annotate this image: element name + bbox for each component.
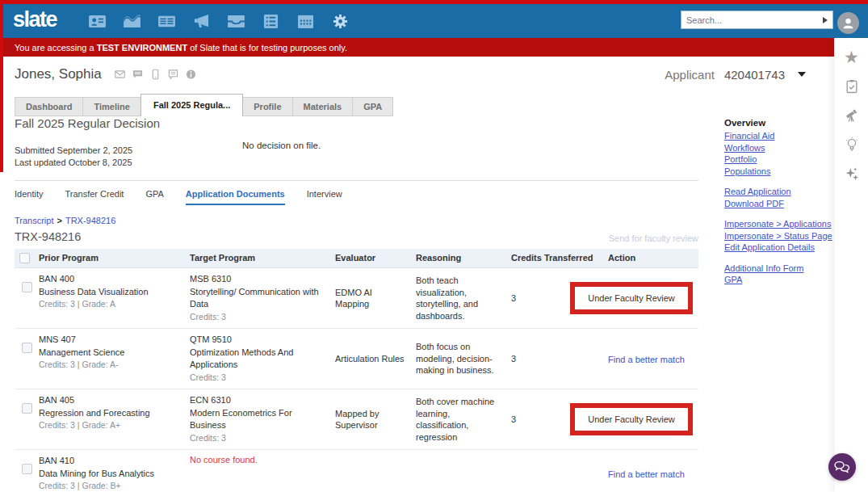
applicant-dropdown-icon[interactable] (798, 72, 806, 77)
lightbulb-icon[interactable] (843, 136, 861, 153)
tab-gpa[interactable]: GPA (352, 97, 393, 116)
sidebar-link-download-pdf[interactable]: Download PDF (724, 198, 837, 210)
target-course-code: QTM 9510 (190, 334, 327, 347)
record-tabs: Dashboard Timeline Fall 2025 Regula... P… (15, 94, 392, 116)
subtab-interview[interactable]: Interview (307, 189, 342, 205)
prior-course-title: Data Mining for Bus Analytics (39, 468, 182, 481)
chat-bubbles-icon (833, 458, 851, 476)
sidebar-link-impersonate-status-page[interactable]: Impersonate > Status Page (724, 230, 837, 242)
reasoning-cell: Both focus on modeling, decision-making … (416, 341, 511, 376)
application-subtabs: Identity Transfer Credit GPA Application… (15, 180, 698, 205)
search-input[interactable] (681, 15, 823, 25)
subtab-identity[interactable]: Identity (15, 189, 43, 205)
telescope-icon[interactable] (843, 107, 861, 124)
sidebar-link-gpa[interactable]: GPA (724, 274, 837, 286)
search-box (681, 11, 833, 29)
evaluator-cell: Mapped by Supervisor (335, 408, 416, 431)
sidebar-link-portfolio[interactable]: Portfolio (724, 153, 837, 166)
banner-text-prefix: You are accessing a (15, 43, 94, 53)
prior-course-title: Business Data Visualization (39, 286, 182, 299)
chat-button[interactable] (828, 453, 856, 481)
subtab-gpa[interactable]: GPA (145, 189, 163, 205)
evaluator-cell: EDMO AI Mapping (335, 287, 416, 310)
col-target-program: Target Program (190, 249, 335, 267)
search-go-icon[interactable] (823, 17, 828, 23)
send-faculty-review-link[interactable]: Send for faculty review (609, 233, 698, 243)
sidebar-link-populations[interactable]: Populations (724, 166, 837, 178)
user-avatar[interactable] (837, 12, 859, 34)
select-all-checkbox[interactable] (19, 253, 30, 263)
reasoning-cell: Both cover machine learning, classificat… (416, 396, 511, 443)
record-header: Jones, Sophia Applicant 420401743 (15, 66, 830, 82)
subtab-transfer-credit[interactable]: Transfer Credit (65, 189, 124, 205)
list-icon[interactable] (261, 13, 280, 29)
find-better-match-link[interactable]: Find a better match (608, 469, 685, 479)
target-course-title: Optimization Methods And Applications (190, 347, 327, 372)
sidebar-link-financial-aid[interactable]: Financial Aid (724, 130, 837, 142)
row-checkbox[interactable] (22, 464, 32, 474)
breadcrumb-current-link[interactable]: TRX-948216 (65, 216, 115, 225)
sidebar-link-edit-application-details[interactable]: Edit Application Details (724, 242, 837, 254)
last-updated-date: Last updated October 8, 2025 (15, 157, 698, 169)
transcript-title: TRX-948216 (15, 230, 81, 243)
sidebar-link-impersonate-applications[interactable]: Impersonate > Applications (724, 218, 837, 230)
review-highlight-box: Under Faculty Review (570, 282, 693, 314)
info-icon[interactable] (186, 69, 196, 80)
tab-materials[interactable]: Materials (292, 97, 354, 116)
table-row: BAN 410 Data Mining for Bus Analytics Cr… (15, 450, 698, 492)
sms-icon[interactable] (132, 69, 143, 80)
row-checkbox[interactable] (22, 343, 32, 353)
prior-course-meta: Credits: 3 | Grade: A+ (39, 419, 182, 432)
row-checkbox[interactable] (22, 282, 32, 292)
mobile-icon[interactable] (150, 69, 161, 80)
right-icon-rail: ★ (835, 38, 868, 492)
nav-icon-strip (87, 13, 350, 29)
reader-icon[interactable] (157, 13, 176, 29)
clipboard-icon[interactable] (843, 78, 861, 95)
megaphone-icon[interactable] (191, 13, 211, 29)
chart-icon[interactable] (122, 13, 141, 29)
tab-dashboard[interactable]: Dashboard (15, 97, 83, 116)
gear-icon[interactable] (330, 13, 350, 29)
breadcrumb-separator: > (57, 216, 62, 225)
sparkles-icon[interactable] (843, 165, 861, 183)
test-env-frame-top (0, 0, 868, 4)
subtab-application-documents[interactable]: Application Documents (186, 189, 285, 205)
tab-fall-2025-regular[interactable]: Fall 2025 Regula... (140, 94, 243, 116)
contacts-icon[interactable] (87, 13, 107, 29)
target-course-meta: Credits: 3 (190, 311, 327, 324)
breadcrumb: Transcript>TRX-948216 (15, 216, 698, 225)
tab-profile[interactable]: Profile (242, 97, 292, 116)
decision-note: No decision on file. (242, 141, 321, 150)
row-checkbox[interactable] (22, 403, 32, 414)
application-panel: Fall 2025 Regular Decision Submitted Sep… (15, 116, 698, 492)
calendar-icon[interactable] (296, 13, 315, 29)
star-icon[interactable]: ★ (843, 48, 861, 66)
sidebar-group: Financial Aid Workflows Portfolio Popula… (724, 130, 837, 177)
prior-course-code: BAN 400 (39, 273, 182, 286)
breadcrumb-transcript-link[interactable]: Transcript (15, 216, 54, 225)
tab-timeline[interactable]: Timeline (82, 97, 140, 116)
inbox-icon[interactable] (226, 13, 245, 29)
table-row: MNS 407 Management Science Credits: 3 | … (15, 329, 698, 389)
banner-text-suffix: of Slate that is for testing purposes on… (190, 43, 347, 53)
sidebar-link-additional-info-form[interactable]: Additional Info Form (724, 263, 837, 275)
top-navigation: slate (0, 4, 868, 38)
submitted-date: Submitted September 2, 2025 (15, 145, 698, 157)
prior-course-title: Regression and Forecasting (39, 407, 182, 420)
col-credits-transferred: Credits Transferred (511, 249, 608, 267)
notes-icon[interactable] (168, 69, 178, 80)
slate-logo[interactable]: slate (13, 7, 57, 32)
test-env-frame-left (0, 0, 3, 172)
sidebar-link-workflows[interactable]: Workflows (724, 142, 837, 154)
col-evaluator: Evaluator (335, 249, 416, 267)
test-environment-banner: You are accessing a TEST ENVIRONMENT of … (3, 38, 834, 57)
evaluator-cell: Articulation Rules (335, 353, 416, 365)
target-course-title: Storytelling/ Communication with Data (190, 286, 327, 311)
table-row: BAN 400 Business Data Visualization Cred… (15, 268, 698, 329)
find-better-match-link[interactable]: Find a better match (608, 355, 685, 364)
target-course-title: Modern Econometrics For Business (190, 407, 327, 432)
email-icon[interactable] (115, 69, 125, 80)
prior-course-title: Management Science (39, 347, 182, 360)
sidebar-link-read-application[interactable]: Read Application (724, 186, 837, 198)
